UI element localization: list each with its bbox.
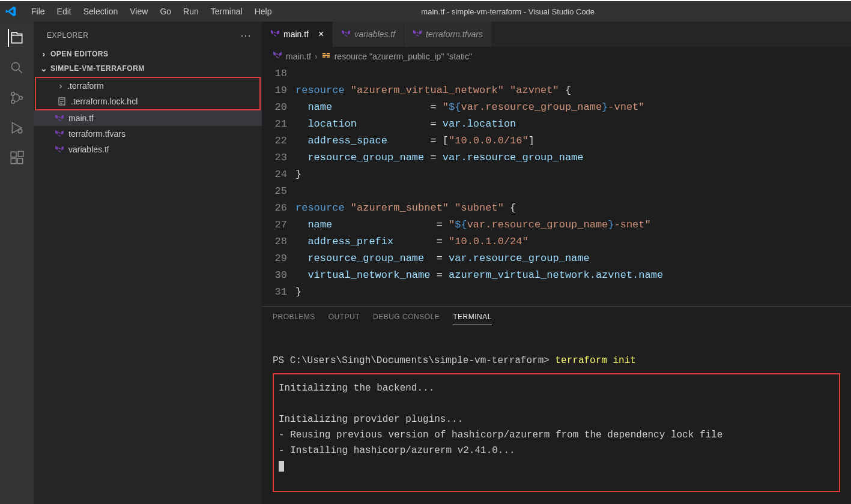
file-tree: › .terraform .terraform.lock.hcl main.tf bbox=[34, 76, 262, 158]
file-label: .terraform.lock.hcl bbox=[71, 97, 138, 106]
highlight-box-files: › .terraform .terraform.lock.hcl bbox=[35, 77, 261, 110]
explorer-more-icon[interactable]: ⋯ bbox=[240, 29, 252, 42]
terraform-icon bbox=[54, 128, 65, 139]
panel-tab-debug[interactable]: DEBUG CONSOLE bbox=[373, 313, 440, 325]
breadcrumb-file: main.tf bbox=[286, 52, 311, 61]
tree-file-tfvars[interactable]: terraform.tfvars bbox=[34, 126, 262, 142]
menu-edit[interactable]: Edit bbox=[51, 3, 77, 20]
sidebar-header: EXPLORER ⋯ bbox=[34, 22, 262, 47]
chevron-right-icon: › bbox=[40, 49, 48, 59]
panel-tab-problems[interactable]: PROBLEMS bbox=[273, 313, 315, 325]
svg-point-1 bbox=[11, 92, 14, 95]
terraform-icon bbox=[270, 29, 280, 40]
chevron-right-icon: › bbox=[315, 52, 318, 61]
svg-point-0 bbox=[11, 62, 19, 70]
code-content[interactable]: resource "azurerm_virtual_network" "azvn… bbox=[295, 65, 851, 306]
folder-label: .terraform bbox=[67, 81, 104, 91]
svg-rect-7 bbox=[17, 158, 23, 164]
tab-tfvars[interactable]: terraform.tfvars bbox=[404, 22, 492, 47]
menu-go[interactable]: Go bbox=[154, 3, 177, 20]
svg-rect-5 bbox=[11, 152, 16, 157]
breadcrumb[interactable]: main.tf › resource "azurerm_public_ip" "… bbox=[262, 47, 851, 65]
menu-file[interactable]: File bbox=[25, 3, 51, 20]
tree-file-variables[interactable]: variables.tf bbox=[34, 142, 262, 157]
file-label: terraform.tfvars bbox=[68, 129, 126, 139]
svg-point-2 bbox=[11, 100, 14, 103]
svg-point-4 bbox=[18, 129, 22, 133]
tree-file-lock[interactable]: .terraform.lock.hcl bbox=[36, 94, 259, 109]
chevron-down-icon: ⌄ bbox=[40, 64, 48, 73]
tab-label: terraform.tfvars bbox=[426, 29, 483, 39]
menu-bar: File Edit Selection View Go Run Terminal… bbox=[25, 3, 277, 20]
terraform-icon bbox=[341, 29, 351, 40]
file-label: variables.tf bbox=[68, 145, 109, 154]
vscode-logo-icon bbox=[5, 5, 17, 17]
file-icon bbox=[56, 96, 67, 107]
terraform-icon bbox=[54, 144, 65, 155]
panel: PROBLEMS OUTPUT DEBUG CONSOLE TERMINAL P… bbox=[262, 306, 851, 504]
menu-view[interactable]: View bbox=[124, 3, 154, 20]
open-editors-section[interactable]: › OPEN EDITORS bbox=[34, 47, 262, 61]
extensions-icon[interactable] bbox=[8, 149, 26, 167]
tree-folder-terraform[interactable]: › .terraform bbox=[36, 78, 259, 94]
tab-label: variables.tf bbox=[354, 29, 395, 39]
panel-tabs: PROBLEMS OUTPUT DEBUG CONSOLE TERMINAL bbox=[262, 307, 851, 325]
panel-tab-output[interactable]: OUTPUT bbox=[329, 313, 360, 325]
open-editors-label: OPEN EDITORS bbox=[50, 50, 108, 58]
file-label: main.tf bbox=[68, 113, 94, 123]
highlight-box-terminal: Initializing the backend... Initializing… bbox=[273, 373, 840, 492]
panel-tab-terminal[interactable]: TERMINAL bbox=[453, 313, 492, 325]
tab-main[interactable]: main.tf × bbox=[262, 22, 333, 47]
explorer-icon[interactable] bbox=[8, 29, 26, 47]
line-gutter: 1819202122232425262728293031 bbox=[262, 65, 295, 306]
search-icon[interactable] bbox=[8, 59, 26, 77]
terminal-output: Initializing the backend... Initializing… bbox=[279, 383, 722, 456]
cursor-icon bbox=[279, 461, 284, 472]
project-label: SIMPLE-VM-TERRAFORM bbox=[50, 64, 145, 73]
tab-variables[interactable]: variables.tf bbox=[333, 22, 404, 47]
explorer-title: EXPLORER bbox=[47, 31, 88, 40]
menu-selection[interactable]: Selection bbox=[77, 3, 124, 20]
chevron-right-icon: › bbox=[56, 81, 65, 91]
project-section[interactable]: ⌄ SIMPLE-VM-TERRAFORM bbox=[34, 61, 262, 76]
activity-bar bbox=[0, 22, 34, 504]
breadcrumb-symbol: resource "azurerm_public_ip" "static" bbox=[335, 52, 472, 61]
menu-terminal[interactable]: Terminal bbox=[205, 3, 249, 20]
svg-rect-6 bbox=[11, 158, 16, 164]
close-icon[interactable]: × bbox=[318, 29, 324, 40]
tab-label: main.tf bbox=[283, 29, 309, 39]
terraform-icon bbox=[413, 29, 422, 40]
editor-tabs: main.tf × variables.tf terraform.tfvars bbox=[262, 22, 851, 47]
terraform-icon bbox=[273, 50, 282, 62]
tree-file-main[interactable]: main.tf bbox=[34, 110, 262, 126]
symbol-icon bbox=[321, 50, 331, 62]
svg-point-3 bbox=[19, 96, 22, 99]
terminal-prompt: PS C:\Users\Singh\Documents\simple-vm-te… bbox=[273, 355, 636, 366]
titlebar: File Edit Selection View Go Run Terminal… bbox=[0, 0, 851, 22]
editor-area: main.tf × variables.tf terraform.tfvars … bbox=[262, 22, 851, 504]
window-title: main.tf - simple-vm-terraform - Visual S… bbox=[277, 7, 738, 16]
menu-help[interactable]: Help bbox=[249, 3, 278, 20]
sidebar: EXPLORER ⋯ › OPEN EDITORS ⌄ SIMPLE-VM-TE… bbox=[34, 22, 262, 504]
source-control-icon[interactable] bbox=[8, 89, 26, 107]
code-editor[interactable]: 1819202122232425262728293031 resource "a… bbox=[262, 65, 851, 306]
run-debug-icon[interactable] bbox=[8, 119, 26, 137]
terminal-content[interactable]: PS C:\Users\Singh\Documents\simple-vm-te… bbox=[262, 325, 851, 504]
menu-run[interactable]: Run bbox=[177, 3, 205, 20]
svg-rect-8 bbox=[18, 151, 23, 157]
terraform-icon bbox=[54, 113, 65, 124]
